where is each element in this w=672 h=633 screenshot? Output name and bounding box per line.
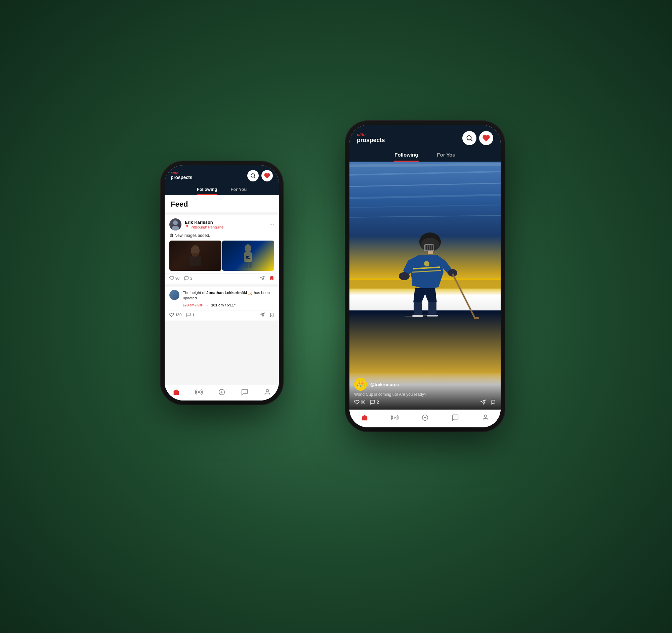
like-action-erik[interactable]: 90 <box>169 276 179 281</box>
search-button-small[interactable] <box>247 170 259 181</box>
nav-add-small[interactable] <box>218 388 225 396</box>
nav-radio-small[interactable] <box>195 388 202 396</box>
nav-chat-large[interactable] <box>452 414 459 421</box>
share-action-update[interactable] <box>260 313 265 317</box>
app-header-small: elite prospects <box>165 165 279 184</box>
update-card-lekkerimaki: The height of Jonathan Lekkerimäki 🏒 has… <box>165 287 279 320</box>
bottom-nav-small <box>165 385 279 400</box>
tab-following-large[interactable]: Following <box>385 148 427 162</box>
erik-image-1[interactable] <box>169 241 221 271</box>
like-action-update[interactable]: 180 <box>169 313 182 317</box>
svg-point-40 <box>424 261 429 266</box>
svg-rect-49 <box>405 316 412 316</box>
svg-point-6 <box>192 253 198 257</box>
search-button-large[interactable] <box>462 131 476 145</box>
update-text: The height of Jonathan Lekkerimäki 🏒 has… <box>183 290 274 301</box>
erik-name: Erik Karlsson <box>185 220 269 225</box>
post-overlay: 👑 @trekronorse World Cup is coming up! A… <box>350 374 501 410</box>
feed-area-small: Feed Erik Karlsson <box>165 195 279 385</box>
tab-following-small[interactable]: Following <box>190 184 224 195</box>
player-svg-container <box>350 162 501 410</box>
erik-avatar <box>169 218 182 230</box>
header-icons-small <box>247 170 273 181</box>
hockey-player-image: 👑 @trekronorse World Cup is coming up! A… <box>350 162 501 410</box>
nav-radio-large[interactable] <box>391 414 399 421</box>
svg-rect-5 <box>190 256 201 266</box>
nav-chat-small[interactable] <box>241 388 248 396</box>
card-header-erik: Erik Karlsson 📍 Pittsburgh Penguins ··· <box>165 215 279 233</box>
bookmark-action-post[interactable] <box>490 399 496 405</box>
favorites-button-small[interactable] <box>261 170 273 181</box>
erik-images: 61 <box>165 241 279 273</box>
erik-meta: Erik Karlsson 📍 Pittsburgh Penguins <box>185 220 269 229</box>
arrow-icon: → <box>205 303 209 308</box>
logo-elite-large: elite <box>357 132 385 137</box>
like-action-post[interactable]: 90 <box>354 399 365 405</box>
update-row: The height of Jonathan Lekkerimäki 🏒 has… <box>169 290 274 308</box>
overlay-name-wrap: @trekronorse <box>370 382 399 387</box>
image-feed: 👑 @trekronorse World Cup is coming up! A… <box>350 162 501 410</box>
svg-point-3 <box>172 226 179 230</box>
svg-line-43 <box>453 274 476 319</box>
nav-home-small[interactable] <box>172 388 180 396</box>
overlay-user: 👑 @trekronorse <box>354 378 496 391</box>
svg-point-2 <box>173 220 178 225</box>
phone-small: elite prospects <box>165 165 279 400</box>
update-content: The height of Jonathan Lekkerimäki 🏒 has… <box>183 290 274 308</box>
post-comment-count: 2 <box>377 400 379 405</box>
update-actions: 180 1 <box>169 310 274 317</box>
lekkerimaki-avatar <box>169 290 179 300</box>
svg-rect-48 <box>427 315 438 316</box>
erik-team: 📍 Pittsburgh Penguins <box>185 225 269 229</box>
comment-action-erik[interactable]: 2 <box>184 276 192 281</box>
bottom-nav-large <box>350 410 501 428</box>
svg-point-20 <box>266 389 268 392</box>
feed-title: Feed <box>165 195 279 212</box>
favorites-button-large[interactable] <box>479 131 493 145</box>
tabs-small: Following For You <box>165 184 279 195</box>
bookmark-action-update[interactable] <box>269 313 274 317</box>
erik-like-count: 90 <box>175 276 179 280</box>
header-icons-large <box>462 131 493 145</box>
svg-rect-39 <box>428 251 433 254</box>
comment-action-post[interactable]: 2 <box>370 399 379 405</box>
tab-foryou-small[interactable]: For You <box>224 184 253 195</box>
location-icon: 📍 <box>185 225 190 229</box>
logo-prospects-large: prospects <box>357 137 385 144</box>
post-like-count: 90 <box>361 400 365 405</box>
player-figure <box>371 205 479 366</box>
svg-rect-10 <box>245 262 248 268</box>
tabs-large: Following For You <box>350 148 501 162</box>
phone-large: elite prospects <box>350 125 501 428</box>
tab-foryou-large[interactable]: For You <box>427 148 465 162</box>
svg-point-57 <box>484 415 486 417</box>
svg-point-16 <box>198 391 199 393</box>
app-header-large: elite prospects <box>350 125 501 148</box>
logo-small: elite prospects <box>171 171 192 180</box>
svg-point-53 <box>394 417 395 418</box>
nav-profile-small[interactable] <box>264 388 271 396</box>
old-stat: 179 cm / 5'8" <box>183 303 203 307</box>
share-action-post[interactable] <box>480 399 486 405</box>
more-icon-erik[interactable]: ··· <box>269 221 274 228</box>
nav-profile-large[interactable] <box>482 414 489 421</box>
scene: elite prospects <box>151 98 521 535</box>
svg-point-7 <box>245 244 251 252</box>
comment-action-update[interactable]: 1 <box>186 313 194 317</box>
update-like-count: 180 <box>175 313 182 317</box>
nav-home-large[interactable] <box>361 414 368 421</box>
erik-image-2[interactable]: 61 <box>222 241 274 271</box>
erik-actions: 90 2 <box>165 273 279 284</box>
bookmark-action-erik[interactable] <box>269 276 274 281</box>
new-stat: 181 cm / 5'11" <box>211 303 236 307</box>
feed-card-erik: Erik Karlsson 📍 Pittsburgh Penguins ··· … <box>165 215 279 284</box>
erik-update-text: 🖼 New images added. <box>165 233 279 241</box>
svg-text:61: 61 <box>246 255 250 259</box>
nav-add-large[interactable] <box>421 414 429 421</box>
svg-rect-45 <box>414 302 422 316</box>
share-action-erik[interactable] <box>260 276 265 281</box>
svg-rect-11 <box>249 262 252 268</box>
trekronorse-avatar: 👑 <box>354 378 367 391</box>
svg-rect-46 <box>428 302 436 316</box>
svg-rect-50 <box>420 316 427 316</box>
